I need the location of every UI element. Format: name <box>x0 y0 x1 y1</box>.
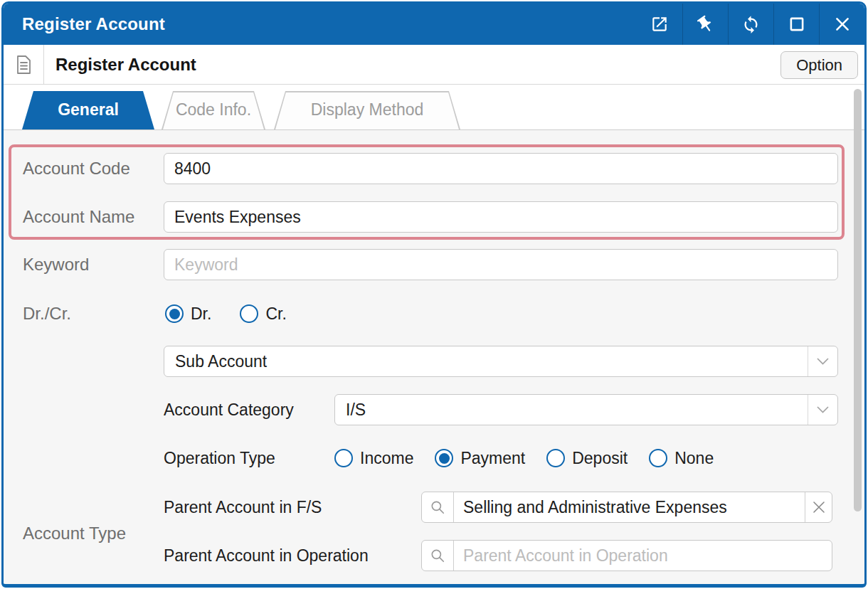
general-tab-panel: Account Code Account Name Keyword Dr./Cr… <box>4 130 864 583</box>
payment-radio[interactable] <box>435 449 453 467</box>
clear-icon <box>813 501 825 514</box>
open-in-new-icon <box>650 15 669 33</box>
tab-display-method[interactable]: Display Method <box>274 91 460 129</box>
dr-radio[interactable] <box>165 304 184 323</box>
titlebar-buttons <box>637 4 864 45</box>
tab-code-info[interactable]: Code Info. <box>162 91 265 129</box>
none-radio[interactable] <box>649 449 667 467</box>
chevron-down-icon <box>808 346 837 376</box>
pin-button[interactable] <box>682 4 728 45</box>
payment-radio-label: Payment <box>460 449 525 468</box>
operation-type-deposit-option[interactable]: Deposit <box>546 449 628 468</box>
income-radio-label: Income <box>360 449 413 468</box>
search-icon[interactable] <box>422 541 454 571</box>
sub-account-select[interactable]: Sub Account <box>164 346 838 377</box>
drcr-label: Dr./Cr. <box>23 304 71 324</box>
operation-type-payment-option[interactable]: Payment <box>435 449 525 468</box>
close-button[interactable] <box>819 4 864 45</box>
cr-radio[interactable] <box>240 304 258 323</box>
none-radio-label: None <box>674 449 714 468</box>
tab-general-label: General <box>22 91 154 129</box>
register-account-window: Register Account <box>1 1 867 588</box>
refresh-button[interactable] <box>728 4 773 45</box>
income-radio[interactable] <box>334 449 353 467</box>
parent-fs-search-field <box>421 492 832 523</box>
chevron-down-icon <box>808 395 837 425</box>
keyword-label: Keyword <box>23 255 89 275</box>
account-type-label-row: Account Type <box>23 518 126 549</box>
cr-radio-label: Cr. <box>265 304 286 324</box>
sub-account-selected-value: Sub Account <box>164 346 808 376</box>
tab-code-info-label: Code Info. <box>162 91 265 129</box>
tab-bar: General Code Info. Display Method <box>4 85 864 130</box>
parent-fs-search-input[interactable] <box>454 492 805 522</box>
account-code-label-row: Account Code <box>23 153 130 184</box>
account-code-label: Account Code <box>23 159 130 179</box>
parent-fs-clear-button[interactable] <box>805 492 832 522</box>
close-icon <box>833 15 852 33</box>
drcr-label-row: Dr./Cr. <box>23 298 71 329</box>
tab-display-method-label: Display Method <box>274 91 460 129</box>
pin-icon <box>696 15 715 34</box>
window-titlebar: Register Account <box>4 4 864 45</box>
window-title: Register Account <box>22 4 165 45</box>
dr-radio-option[interactable]: Dr. <box>165 304 211 324</box>
maximize-button[interactable] <box>773 4 819 45</box>
cr-radio-option[interactable]: Cr. <box>240 304 286 324</box>
operation-type-radio-group: Income Payment Deposit None <box>334 442 714 474</box>
tab-general[interactable]: General <box>22 91 154 129</box>
parent-operation-label-row: Parent Account in Operation <box>164 540 369 571</box>
account-name-label-row: Account Name <box>23 201 134 233</box>
document-icon <box>4 45 44 85</box>
account-category-label-row: Account Category <box>164 394 294 425</box>
parent-operation-search-input[interactable] <box>454 541 832 571</box>
refresh-icon <box>741 15 761 34</box>
keyword-label-row: Keyword <box>23 249 89 280</box>
maximize-icon <box>788 15 806 33</box>
operation-type-label: Operation Type <box>164 449 275 468</box>
search-icon[interactable] <box>422 492 454 522</box>
operation-type-none-option[interactable]: None <box>649 449 714 468</box>
dr-radio-label: Dr. <box>191 304 211 324</box>
account-name-input[interactable] <box>164 201 838 233</box>
account-category-select[interactable]: I/S <box>334 394 838 425</box>
parent-operation-label: Parent Account in Operation <box>164 546 369 566</box>
operation-type-income-option[interactable]: Income <box>334 449 413 468</box>
keyword-input[interactable] <box>164 249 838 280</box>
account-name-label: Account Name <box>23 207 134 227</box>
page-header: Register Account Option <box>4 45 864 85</box>
operation-type-label-row: Operation Type <box>164 442 275 474</box>
drcr-radio-group: Dr. Cr. <box>165 298 287 329</box>
option-button[interactable]: Option <box>780 51 858 79</box>
parent-fs-label: Parent Account in F/S <box>164 498 322 517</box>
open-in-new-button[interactable] <box>637 4 682 45</box>
account-category-label: Account Category <box>164 400 294 420</box>
account-category-selected-value: I/S <box>335 395 808 425</box>
account-type-label: Account Type <box>23 524 126 543</box>
parent-fs-label-row: Parent Account in F/S <box>164 492 322 523</box>
parent-operation-search-field <box>421 540 832 571</box>
deposit-radio-label: Deposit <box>572 449 628 468</box>
account-code-input[interactable] <box>164 153 838 184</box>
deposit-radio[interactable] <box>546 449 565 467</box>
page-title: Register Account <box>55 45 196 85</box>
vertical-scrollbar[interactable] <box>854 89 862 511</box>
